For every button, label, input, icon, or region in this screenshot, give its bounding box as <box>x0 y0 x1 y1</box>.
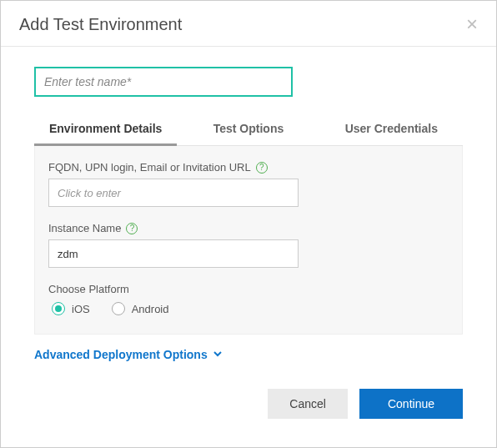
platform-android-label: Android <box>132 303 169 315</box>
platform-ios-label: iOS <box>72 303 90 315</box>
tab-user-credentials[interactable]: User Credentials <box>320 115 463 145</box>
platform-label-text: Choose Platform <box>48 283 129 295</box>
platform-radio-ios[interactable]: iOS <box>52 302 90 315</box>
dialog-header: Add Test Environment × <box>1 1 496 47</box>
chevron-down-icon <box>213 349 223 361</box>
continue-button[interactable]: Continue <box>359 389 463 419</box>
tabs: Environment Details Test Options User Cr… <box>34 115 463 146</box>
dialog-footer: Cancel Continue <box>1 370 496 419</box>
dialog-body: Environment Details Test Options User Cr… <box>1 47 496 370</box>
environment-details-panel: FQDN, UPN login, Email or Invitation URL… <box>34 146 463 335</box>
platform-radio-group: iOS Android <box>48 302 449 315</box>
test-name-input[interactable] <box>34 67 293 97</box>
tab-test-options[interactable]: Test Options <box>177 115 319 145</box>
radio-icon <box>112 302 125 315</box>
instance-name-label-text: Instance Name <box>48 222 121 234</box>
instance-name-field-group: Instance Name ? <box>48 222 449 268</box>
tab-environment-details[interactable]: Environment Details <box>34 115 177 146</box>
help-icon[interactable]: ? <box>126 223 138 234</box>
fqdn-label-text: FQDN, UPN login, Email or Invitation URL <box>48 161 251 174</box>
help-icon[interactable]: ? <box>256 162 268 174</box>
instance-name-input[interactable] <box>48 239 299 268</box>
fqdn-input[interactable] <box>48 179 299 207</box>
dialog-title: Add Test Environment <box>19 15 182 34</box>
advanced-label: Advanced Deployment Options <box>34 348 208 361</box>
fqdn-field-group: FQDN, UPN login, Email or Invitation URL… <box>48 161 449 207</box>
close-icon[interactable]: × <box>466 14 478 34</box>
radio-icon <box>52 302 65 315</box>
platform-label: Choose Platform <box>48 283 449 295</box>
platform-field-group: Choose Platform iOS Android <box>48 283 449 315</box>
cancel-button[interactable]: Cancel <box>268 389 348 419</box>
instance-name-label: Instance Name ? <box>48 222 449 234</box>
advanced-deployment-toggle[interactable]: Advanced Deployment Options <box>34 348 223 361</box>
fqdn-label: FQDN, UPN login, Email or Invitation URL… <box>48 161 449 174</box>
platform-radio-android[interactable]: Android <box>112 302 169 315</box>
